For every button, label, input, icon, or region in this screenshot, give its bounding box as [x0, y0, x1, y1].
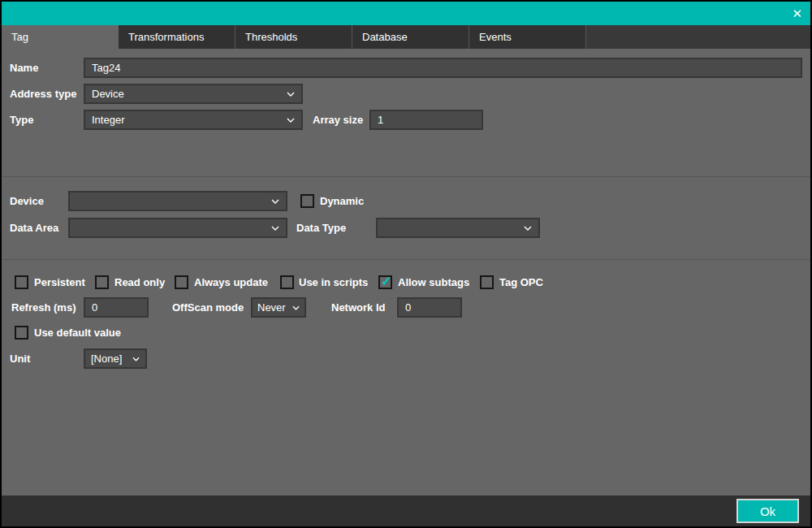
chevron-down-icon: [292, 305, 300, 310]
tab-events[interactable]: Events: [469, 25, 586, 49]
chevron-down-icon: [271, 226, 279, 231]
section-divider: [2, 259, 810, 260]
read-only-label: Read only: [114, 275, 165, 289]
tag-tab-panel: Name Address type Device Type Integer Ar…: [2, 49, 810, 496]
unit-label: Unit: [10, 348, 30, 369]
section-divider: [2, 176, 810, 177]
array-size-label: Array size: [313, 110, 363, 130]
refresh-ms-label: Refresh (ms): [11, 297, 76, 318]
use-default-value-checkbox[interactable]: ✓: [15, 326, 28, 340]
data-type-label: Data Type: [296, 218, 346, 238]
data-area-select[interactable]: [68, 218, 287, 238]
tab-tag[interactable]: Tag: [2, 25, 119, 49]
footer-bar: Ok: [2, 496, 810, 526]
type-label: Type: [10, 110, 33, 130]
tab-strip-filler: [586, 25, 810, 49]
data-area-label: Data Area: [10, 218, 58, 238]
tab-database[interactable]: Database: [352, 25, 469, 49]
offscan-mode-label: OffScan mode: [172, 297, 244, 318]
always-update-label: Always update: [194, 275, 268, 289]
device-select[interactable]: [68, 191, 287, 211]
chevron-down-icon: [271, 199, 279, 204]
name-label: Name: [10, 58, 38, 78]
chevron-down-icon: [524, 226, 532, 231]
persistent-checkbox[interactable]: ✓: [15, 275, 28, 289]
offscan-mode-value: Never: [257, 299, 292, 316]
allow-subtags-checkbox[interactable]: ✓: [378, 275, 392, 289]
network-id-input[interactable]: [397, 297, 462, 318]
close-icon[interactable]: ✕: [792, 2, 802, 25]
chevron-down-icon: [287, 118, 295, 123]
data-type-select[interactable]: [376, 218, 540, 238]
type-select[interactable]: Integer: [84, 110, 303, 130]
tag-properties-dialog: ✕ Tag Transformations Thresholds Databas…: [0, 0, 812, 528]
address-type-label: Address type: [10, 84, 76, 104]
dynamic-checkbox[interactable]: ✓: [300, 194, 314, 208]
device-label: Device: [10, 191, 44, 211]
address-type-select[interactable]: Device: [84, 84, 303, 104]
ok-button[interactable]: Ok: [736, 499, 799, 523]
always-update-checkbox[interactable]: ✓: [175, 275, 188, 289]
tab-bar: Tag Transformations Thresholds Database …: [2, 25, 810, 49]
unit-value: [None]: [91, 350, 132, 367]
name-input[interactable]: [84, 58, 802, 78]
network-id-label: Network Id: [331, 297, 385, 318]
array-size-input[interactable]: [369, 110, 483, 130]
chevron-down-icon: [132, 357, 140, 361]
unit-select[interactable]: [None]: [84, 348, 147, 369]
tab-transformations[interactable]: Transformations: [119, 25, 235, 49]
read-only-checkbox[interactable]: ✓: [95, 275, 109, 289]
titlebar: ✕: [2, 2, 810, 25]
persistent-label: Persistent: [34, 275, 85, 289]
type-value: Integer: [92, 111, 287, 128]
dynamic-label: Dynamic: [320, 191, 364, 211]
use-in-scripts-label: Use in scripts: [299, 275, 368, 289]
use-default-value-label: Use default value: [34, 326, 121, 340]
offscan-mode-select[interactable]: Never: [251, 297, 306, 318]
address-type-value: Device: [92, 85, 287, 102]
tag-opc-checkbox[interactable]: ✓: [480, 275, 494, 289]
use-in-scripts-checkbox[interactable]: ✓: [280, 275, 294, 289]
checkmark-icon: ✓: [380, 277, 391, 287]
tag-opc-label: Tag OPC: [499, 275, 543, 289]
tab-thresholds[interactable]: Thresholds: [235, 25, 352, 49]
refresh-ms-input[interactable]: [84, 297, 149, 318]
chevron-down-icon: [287, 92, 295, 97]
allow-subtags-label: Allow subtags: [398, 275, 469, 289]
